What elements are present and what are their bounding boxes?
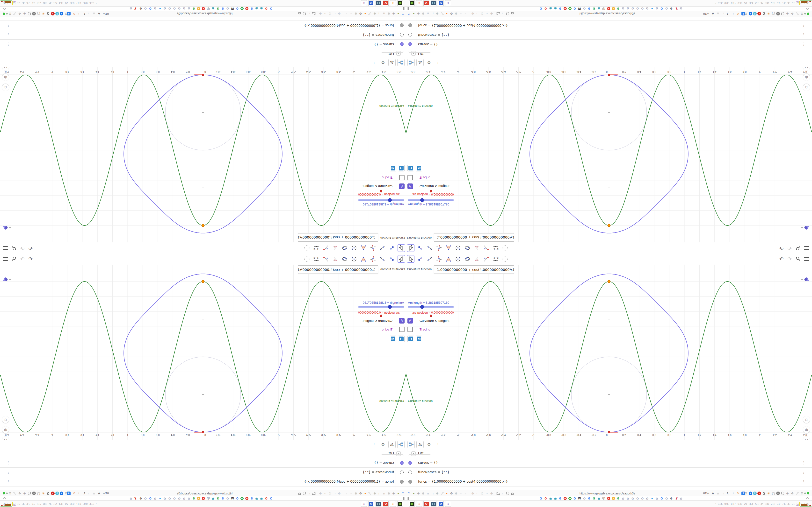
gear-icon[interactable]: ⚙ <box>800 491 804 495</box>
algebra-row-curves[interactable]: curves = {} ⋮ <box>0 458 406 468</box>
taskbar-app-owl[interactable]: ● <box>445 501 451 507</box>
tool-move-icon[interactable] <box>398 255 405 263</box>
wrench-icon[interactable] <box>440 491 444 495</box>
globe-icon[interactable]: ⊕ <box>416 491 420 495</box>
lock-icon[interactable] <box>510 491 514 495</box>
olive-circle-icon[interactable]: ● <box>396 491 400 495</box>
bookmark-yandex-icon[interactable]: Я <box>607 497 610 500</box>
taskbar-app-display[interactable]: ▢ <box>375 501 382 507</box>
globe-icon[interactable]: ⊕ <box>387 491 391 495</box>
shield-icon[interactable] <box>27 12 32 16</box>
search-icon[interactable] <box>796 245 800 251</box>
bookmark-geogebra-icon[interactable]: ✿ <box>626 7 629 10</box>
taskbar-app-display[interactable]: ▢ <box>430 501 437 507</box>
gear-icon[interactable]: ⚙ <box>8 12 12 16</box>
bookmark-google-icon[interactable]: G <box>573 7 576 10</box>
bookmark-geogebra-icon[interactable]: ✿ <box>144 7 147 10</box>
play-pause-button[interactable] <box>390 165 396 171</box>
taskbar-app-floppy64[interactable]: 64 <box>438 0 444 6</box>
home-icon[interactable]: ⌂ <box>803 416 810 423</box>
fx-icon[interactable]: fx <box>388 59 396 66</box>
tracing-checkbox[interactable] <box>399 327 405 332</box>
bookmark-google-icon[interactable]: G <box>660 7 663 10</box>
globe-icon[interactable]: ⊕ <box>392 491 396 495</box>
bookmark-orb-icon[interactable]: ◉ <box>549 7 552 10</box>
taskbar-app-floppy64[interactable]: 64 <box>368 0 374 6</box>
bookmark-google-icon[interactable]: G <box>149 497 152 500</box>
tool-circle-icon[interactable] <box>454 255 462 263</box>
kebab-menu-icon[interactable]: ⋮ <box>802 42 806 46</box>
tab-dot-icon[interactable]: ⊙ <box>471 12 475 16</box>
algebra-row-funcs[interactable]: funcs = {1.000000000000 + cos(4.00000000… <box>406 20 812 30</box>
taskbar-app-floppy64[interactable]: 64 <box>368 501 374 507</box>
gear-icon[interactable]: ⚙ <box>450 12 454 16</box>
kebab-menu-icon[interactable]: ⋮ <box>6 42 10 46</box>
bookmark-google-icon[interactable]: G <box>616 497 620 500</box>
download-icon[interactable]: ↓ <box>77 491 81 495</box>
bookmark-f-site-icon[interactable]: f <box>134 7 138 10</box>
translate-icon[interactable]: A <box>711 12 715 16</box>
shield-icon[interactable] <box>27 491 32 495</box>
gear-icon[interactable]: ⚙ <box>800 12 804 16</box>
graphics-view[interactable]: -2.6-2.4-2.2-2-1.8-1.6-1.4-1.2-1-0.8-0.6… <box>0 265 406 440</box>
bookmark-google-icon[interactable]: G <box>265 497 268 500</box>
firefox-icon[interactable]: ● <box>445 491 449 495</box>
zoom-out-icon[interactable]: ⊖ <box>803 67 810 70</box>
visibility-toggle[interactable] <box>408 23 412 27</box>
tool-polygon-icon[interactable] <box>360 255 367 263</box>
bookmark-yandex-icon[interactable]: Я <box>563 497 567 500</box>
bookmark-geogebra-icon[interactable]: ✿ <box>631 497 635 500</box>
folder-icon[interactable] <box>312 491 316 495</box>
graphics-view[interactable]: -2.6-2.4-2.2-2-1.8-1.6-1.4-1.2-1-0.8-0.6… <box>406 67 812 242</box>
arc-length-slider-thumb[interactable] <box>420 305 424 309</box>
bookmark-info-icon[interactable]: ⓘ <box>207 497 210 500</box>
tab-dot-icon[interactable]: ○ <box>333 491 337 495</box>
translate-icon[interactable]: A <box>97 491 101 495</box>
globe-icon[interactable]: ⊕ <box>373 491 377 495</box>
tool-perpendicular-icon[interactable] <box>435 255 443 263</box>
gear-icon[interactable]: ⚙ <box>379 441 387 448</box>
hook-icon[interactable]: ∩ <box>426 12 430 16</box>
bookmark-geogebra-icon[interactable]: ✿ <box>183 7 186 10</box>
tool-polygon-icon[interactable] <box>360 244 367 252</box>
plus-icon[interactable]: + <box>749 492 752 495</box>
arc-length-slider[interactable] <box>408 200 454 201</box>
gear-icon[interactable]: ⚙ <box>425 59 433 66</box>
taskbar-app-settings[interactable]: ⚙ <box>383 0 389 6</box>
bookmark-orb-icon[interactable]: ◉ <box>260 7 263 10</box>
bookmark-orb-icon[interactable]: ◉ <box>554 497 557 500</box>
tool-ellipse-icon[interactable] <box>341 255 349 263</box>
bookmark-gear-site-icon[interactable]: ⚙ <box>670 497 673 500</box>
curvature-function-dropdown[interactable]: 1.000000000000 + cos(4.000000000000 x) ▼ <box>298 233 378 242</box>
ice-icon[interactable]: ▪ <box>757 492 761 495</box>
window-list-icon[interactable] <box>407 7 409 10</box>
wrench-icon[interactable] <box>368 491 372 495</box>
bookmarks-overflow-icon[interactable]: ^ <box>806 7 809 10</box>
bookmark-geogebra-icon[interactable]: ✿ <box>129 7 133 10</box>
hook-icon[interactable]: ∩ <box>377 12 382 16</box>
algebra-row-funcNames[interactable]: funcNames = {" "} ⋮ <box>0 468 406 477</box>
shield-icon[interactable] <box>302 12 306 16</box>
redo-icon[interactable]: ↷ <box>20 245 24 251</box>
tab-dot-icon[interactable]: ⊙ <box>328 491 332 495</box>
reload-icon[interactable]: ↻ <box>726 12 730 16</box>
gear-icon[interactable]: ⚙ <box>744 12 748 16</box>
bookmark-f-site-icon[interactable]: f <box>674 7 678 10</box>
gear-icon[interactable]: ⚙ <box>744 491 748 495</box>
tree-view-icon[interactable] <box>407 59 415 66</box>
visibility-toggle[interactable] <box>400 23 404 27</box>
tool-ellipse-icon[interactable] <box>463 255 471 263</box>
globe-icon[interactable]: ⊕ <box>421 491 425 495</box>
box-zero-icon[interactable]: ▢ <box>37 12 41 16</box>
bookmark-google-icon[interactable]: G <box>221 497 224 500</box>
bookmark-green-site-icon[interactable]: ✿ <box>568 7 571 10</box>
bookmark-image-site-icon[interactable]: ▲ <box>197 7 200 10</box>
tool-line-icon[interactable] <box>426 244 433 252</box>
taskbar-app-floppy64[interactable]: 64 <box>438 501 444 507</box>
bookmark-info-icon[interactable]: ⓘ <box>602 7 605 10</box>
algebra-row-curves[interactable]: curves = {} ⋮ <box>0 39 406 49</box>
menu-icon[interactable] <box>3 246 8 250</box>
hook-icon[interactable]: ∩ <box>430 491 435 495</box>
bookmark-geogebra-icon[interactable]: ✿ <box>173 497 176 500</box>
bookmark-info-icon[interactable]: ⓘ <box>602 497 605 500</box>
